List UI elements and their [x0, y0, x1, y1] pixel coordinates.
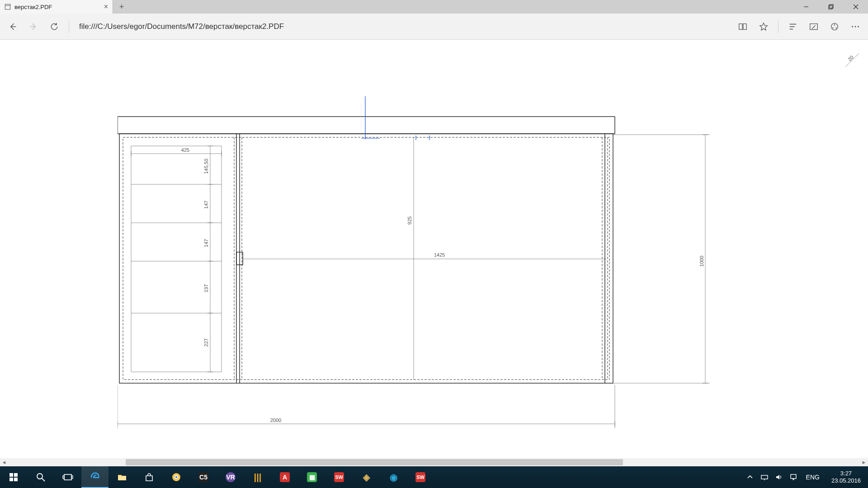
- taskbar-app-store[interactable]: [136, 466, 163, 488]
- browser-tab[interactable]: верстак2.PDF ×: [0, 0, 113, 14]
- taskbar-app-c5[interactable]: C5: [190, 466, 217, 488]
- svg-rect-3: [829, 5, 832, 9]
- scroll-thumb[interactable]: [126, 459, 623, 465]
- url-field[interactable]: file:///C:/Users/egor/Documents/M72/верс…: [75, 22, 731, 31]
- taskbar-app-vr[interactable]: VR: [217, 466, 244, 488]
- pdf-page: 20: [118, 49, 841, 455]
- scroll-track[interactable]: [8, 458, 860, 466]
- svg-point-13: [831, 23, 838, 30]
- svg-rect-23: [123, 137, 609, 380]
- minimize-button[interactable]: [793, 0, 818, 14]
- page-corner-label: 20: [847, 54, 854, 62]
- svg-rect-76: [761, 475, 768, 479]
- task-view-button[interactable]: [54, 466, 81, 488]
- svg-point-18: [855, 26, 856, 27]
- svg-rect-71: [71, 476, 73, 479]
- svg-rect-64: [14, 473, 18, 477]
- taskbar-app-bars[interactable]: |||: [244, 466, 271, 488]
- tray-notifications-icon[interactable]: [787, 466, 800, 488]
- separator: [778, 20, 778, 33]
- svg-rect-66: [14, 478, 18, 481]
- svg-rect-72: [118, 476, 126, 480]
- reading-view-icon[interactable]: [734, 18, 752, 36]
- horizontal-scrollbar[interactable]: ◄ ►: [0, 458, 868, 466]
- svg-rect-22: [119, 134, 613, 383]
- refresh-button[interactable]: [45, 18, 63, 36]
- svg-point-17: [852, 26, 853, 27]
- tray-network-icon[interactable]: [758, 466, 771, 488]
- taskbar-app-file-explorer[interactable]: [108, 466, 136, 488]
- dim-shelf-h3: 147: [203, 239, 209, 247]
- page-icon: [5, 4, 11, 10]
- tray-time: 3:27: [831, 470, 861, 477]
- tray-language[interactable]: ENG: [802, 474, 824, 481]
- svg-point-14: [834, 24, 835, 26]
- dim-shelf-h5: 227: [203, 338, 209, 347]
- address-bar: file:///C:/Users/egor/Documents/M72/верс…: [0, 14, 868, 40]
- svg-point-19: [858, 26, 859, 27]
- svg-point-15: [832, 27, 834, 28]
- scroll-right-button[interactable]: ►: [860, 458, 868, 466]
- taskbar-app-solidworks-1[interactable]: SW: [326, 466, 353, 488]
- svg-rect-29: [131, 146, 222, 372]
- taskbar-app-edge[interactable]: [81, 466, 108, 488]
- dim-shelf-h2: 147: [203, 201, 209, 209]
- svg-rect-70: [63, 476, 64, 479]
- taskbar-app-solidworks-2[interactable]: SW: [407, 466, 434, 488]
- dim-shelf-h4: 197: [203, 284, 209, 292]
- svg-rect-0: [5, 4, 10, 9]
- more-icon[interactable]: [846, 18, 864, 36]
- taskbar-app-circle[interactable]: ◉: [380, 466, 407, 488]
- web-note-icon[interactable]: [805, 18, 823, 36]
- svg-point-75: [175, 476, 177, 478]
- tray-date: 23.05.2016: [831, 477, 861, 484]
- taskbar: C5 VR ||| A ▦ SW ◈ ◉ SW ENG 3:27 23.05.2…: [0, 466, 868, 488]
- svg-line-68: [42, 479, 45, 481]
- svg-rect-63: [9, 473, 13, 477]
- dim-overall-height: 1000: [699, 256, 704, 267]
- svg-rect-78: [791, 474, 796, 479]
- taskbar-app-chrome[interactable]: [163, 466, 190, 488]
- dim-right-height: 925: [407, 216, 412, 225]
- svg-rect-65: [9, 478, 13, 481]
- svg-point-67: [37, 474, 42, 479]
- hub-icon[interactable]: [784, 18, 802, 36]
- close-window-button[interactable]: [843, 0, 868, 14]
- svg-point-16: [835, 27, 837, 28]
- back-button[interactable]: [4, 18, 22, 36]
- taskbar-app-diamond[interactable]: ◈: [353, 466, 380, 488]
- window-titlebar: верстак2.PDF × +: [0, 0, 868, 14]
- close-tab-icon[interactable]: ×: [104, 3, 108, 10]
- svg-rect-21: [118, 117, 615, 134]
- dim-right-width: 1425: [434, 252, 445, 258]
- new-tab-button[interactable]: +: [113, 0, 130, 14]
- separator: [69, 20, 69, 33]
- tray-clock[interactable]: 3:27 23.05.2016: [826, 470, 866, 484]
- tray-volume-icon[interactable]: [773, 466, 785, 488]
- svg-rect-4: [830, 5, 833, 8]
- taskbar-app-a[interactable]: A: [271, 466, 298, 488]
- system-tray: ENG 3:27 23.05.2016: [744, 466, 868, 488]
- forward-button[interactable]: [24, 18, 42, 36]
- dim-shelf-width: 425: [181, 147, 189, 153]
- tray-chevron-icon[interactable]: [744, 466, 756, 488]
- scroll-left-button[interactable]: ◄: [0, 458, 8, 466]
- tab-title: верстак2.PDF: [14, 4, 52, 10]
- share-icon[interactable]: [826, 18, 844, 36]
- pdf-viewport[interactable]: 20: [0, 40, 868, 466]
- svg-rect-69: [64, 474, 71, 480]
- dim-overall-width: 2000: [270, 418, 281, 423]
- dim-shelf-h1: 145,50: [203, 159, 209, 174]
- start-button[interactable]: [0, 466, 27, 488]
- search-button[interactable]: [27, 466, 54, 488]
- maximize-button[interactable]: [818, 0, 843, 14]
- favorite-icon[interactable]: [755, 18, 773, 36]
- taskbar-app-flag[interactable]: ▦: [298, 466, 326, 488]
